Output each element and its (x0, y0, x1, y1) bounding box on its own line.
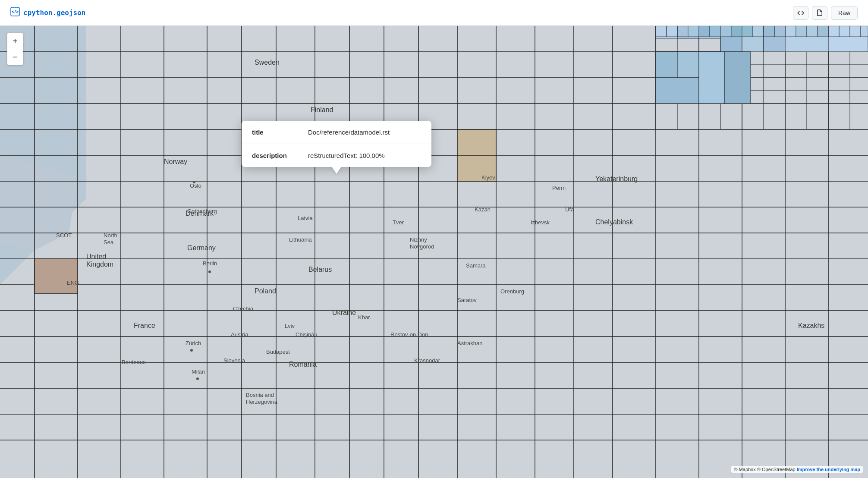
svg-text:Zürich: Zürich (186, 340, 201, 346)
svg-text:Lviv: Lviv (285, 323, 295, 329)
svg-text:Belarus: Belarus (308, 266, 332, 273)
svg-text:Sea: Sea (104, 239, 114, 245)
svg-text:Sweden: Sweden (255, 59, 280, 66)
svg-point-99 (190, 349, 193, 352)
mapbox-attribution: © Mapbox (734, 467, 755, 472)
svg-text:Bosnia and: Bosnia and (246, 392, 274, 398)
svg-text:Novgorod: Novgorod (410, 243, 434, 250)
svg-text:Oslo: Oslo (190, 182, 201, 189)
topbar-right: Raw (793, 6, 858, 20)
improve-map-link[interactable]: Improve the underlying map (797, 467, 860, 472)
svg-text:Norway: Norway (164, 158, 187, 165)
svg-rect-63 (656, 52, 677, 78)
svg-text:Kazan: Kazan (475, 206, 491, 213)
svg-text:Herzegovina: Herzegovina (246, 399, 278, 405)
svg-text:Chișinău: Chișinău (296, 331, 318, 338)
svg-text:Yekaterinburg: Yekaterinburg (595, 175, 638, 182)
svg-text:Perm: Perm (552, 185, 566, 191)
svg-text:Slovenia: Slovenia (223, 357, 245, 364)
svg-text:ENG.: ENG. (67, 280, 81, 286)
svg-text:Ufa: Ufa (565, 206, 574, 213)
svg-text:Kingdom: Kingdom (86, 261, 113, 268)
svg-text:Ukraine: Ukraine (332, 309, 356, 316)
map-svg: Sweden Finland Norway Oslo Denmark Unite… (0, 26, 868, 478)
svg-text:Czechia: Czechia (233, 305, 254, 312)
svg-rect-139 (807, 26, 818, 37)
popup-description-label: description (242, 144, 298, 167)
svg-text:Saratov: Saratov (457, 297, 477, 303)
svg-rect-131 (720, 26, 731, 37)
svg-text:Gothenburg: Gothenburg (187, 208, 217, 214)
feature-popup: title Doc/reference/datamodel.rst descri… (242, 121, 431, 167)
popup-description-value: reStructuredText: 100.00% (298, 144, 431, 167)
svg-text:Latvia: Latvia (298, 215, 313, 221)
svg-text:Finland: Finland (311, 106, 333, 113)
svg-text:North: North (104, 232, 117, 239)
svg-text:United: United (86, 253, 106, 260)
osm-attribution: © OpenStreetMap (757, 467, 796, 472)
svg-text:Bordeaux: Bordeaux (122, 359, 146, 365)
svg-text:SCOT.: SCOT. (56, 232, 72, 239)
svg-rect-68 (457, 129, 496, 155)
popup-table: title Doc/reference/datamodel.rst descri… (242, 121, 431, 167)
svg-rect-65 (656, 78, 699, 104)
zoom-in-button[interactable]: + (7, 33, 23, 49)
svg-text:Khar.: Khar. (358, 314, 371, 321)
raw-button[interactable]: Raw (831, 6, 858, 20)
svg-text:Nizhny: Nizhny (410, 236, 427, 243)
svg-text:Tver: Tver (393, 219, 404, 226)
svg-rect-135 (764, 26, 774, 37)
svg-text:Krasnodar: Krasnodar (414, 357, 440, 364)
topbar-left: </> cpython.geojson (10, 7, 86, 19)
zoom-controls: + − (7, 33, 23, 65)
svg-text:Milan: Milan (192, 368, 205, 375)
svg-rect-64 (677, 52, 699, 78)
svg-rect-129 (699, 26, 710, 37)
popup-row-title: title Doc/reference/datamodel.rst (242, 121, 431, 144)
svg-text:Budapest: Budapest (266, 349, 290, 355)
svg-rect-70 (35, 259, 78, 293)
map-attribution: © Mapbox © OpenStreetMap Improve the und… (731, 466, 863, 473)
svg-text:Kazakhs: Kazakhs (798, 322, 824, 329)
svg-text:Izhevsk: Izhevsk (531, 219, 550, 226)
svg-rect-132 (731, 26, 742, 37)
svg-rect-128 (688, 26, 699, 37)
svg-text:Austria: Austria (231, 331, 248, 338)
code-view-button[interactable] (793, 6, 808, 20)
svg-text:Samara: Samara (466, 262, 486, 269)
zoom-out-button[interactable]: − (7, 49, 23, 65)
svg-text:Chelyabinsk: Chelyabinsk (595, 218, 633, 226)
map-container[interactable]: Sweden Finland Norway Oslo Denmark Unite… (0, 26, 868, 478)
svg-rect-133 (742, 26, 753, 37)
svg-rect-138 (796, 26, 807, 37)
svg-text:Rostov-on-Don: Rostov-on-Don (390, 331, 428, 338)
svg-rect-144 (861, 26, 868, 37)
svg-rect-67 (725, 52, 751, 104)
code-brackets-icon: </> (10, 7, 20, 19)
topbar: </> cpython.geojson Raw (0, 0, 868, 26)
svg-text:France: France (134, 322, 155, 329)
svg-text:Germany: Germany (187, 244, 216, 252)
svg-rect-130 (710, 26, 720, 37)
svg-text:Romania: Romania (289, 361, 317, 368)
svg-point-84 (208, 270, 211, 273)
filename-label: cpython.geojson (23, 9, 86, 17)
popup-title-label: title (242, 121, 298, 144)
svg-rect-66 (699, 52, 725, 104)
svg-text:</>: </> (12, 9, 19, 14)
svg-rect-140 (818, 26, 828, 37)
popup-row-description: description reStructuredText: 100.00% (242, 144, 431, 167)
svg-text:Kiyev: Kiyev (481, 174, 495, 181)
svg-point-101 (196, 377, 199, 380)
svg-text:Poland: Poland (255, 287, 276, 295)
popup-title-value: Doc/reference/datamodel.rst (298, 121, 431, 144)
svg-text:Berlin: Berlin (203, 260, 217, 267)
svg-text:Lithuania: Lithuania (289, 236, 312, 243)
file-view-button[interactable] (812, 6, 827, 20)
svg-text:Orenburg: Orenburg (500, 288, 524, 295)
svg-text:Astrakhan: Astrakhan (457, 340, 483, 346)
